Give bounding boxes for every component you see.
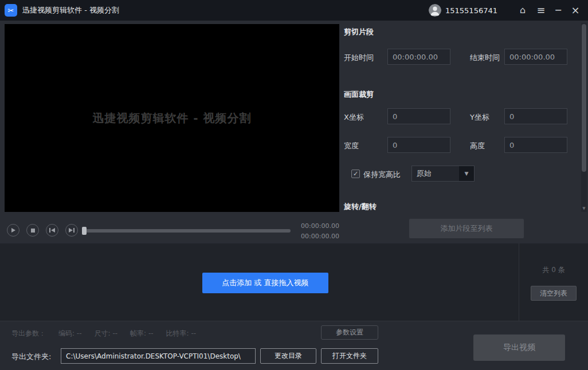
total-time: 00:00:00.00 (301, 231, 339, 242)
app-logo-icon: ✂ (5, 4, 17, 17)
y-label: Y坐标 (470, 112, 489, 123)
scrollbar-thumb[interactable] (582, 24, 586, 172)
step-back-icon (49, 228, 50, 233)
seek-handle[interactable] (82, 227, 87, 235)
framerate-value: 帧率: -- (130, 329, 154, 338)
params-settings-button[interactable]: 参数设置 (321, 325, 378, 340)
start-time-label: 开始时间 (344, 53, 374, 63)
end-time-input[interactable] (504, 49, 567, 65)
menu-icon[interactable]: ≡ (535, 5, 547, 15)
app-title: 迅捷视频剪辑软件 - 视频分割 (22, 5, 119, 15)
person-icon (429, 4, 441, 17)
clip-list-area: 点击添加 或 直接拖入视频 共 0 条 清空列表 (0, 243, 588, 321)
step-forward-icon (69, 228, 73, 233)
close-icon[interactable]: × (570, 5, 581, 15)
home-icon[interactable]: ⌂ (517, 6, 528, 15)
aspect-ratio-select[interactable]: 原始 ▼ (411, 166, 475, 182)
export-folder-label: 导出文件夹: (11, 352, 51, 362)
add-video-button[interactable]: 点击添加 或 直接拖入视频 (202, 273, 328, 293)
user-avatar[interactable] (429, 4, 441, 17)
rotate-section-title: 旋转/翻转 (344, 202, 377, 212)
play-button[interactable] (7, 224, 19, 237)
clear-list-button[interactable]: 清空列表 (531, 286, 577, 301)
add-clip-button[interactable]: 添加片段至列表 (409, 219, 524, 238)
check-icon: ✓ (353, 170, 358, 178)
height-label: 高度 (470, 141, 485, 151)
clip-count: 共 0 条 (527, 265, 580, 275)
time-display: 00:00:00.00 00:00:00.00 (301, 221, 339, 242)
export-area: 导出参数： 编码: -- 尺寸: -- 帧率: -- 比特率: -- 参数设置 … (0, 321, 588, 370)
preview-watermark: 迅捷视频剪辑软件 - 视频分割 (92, 111, 251, 126)
previous-frame-button[interactable] (46, 224, 58, 237)
crop-section-title: 画面裁剪 (344, 89, 374, 100)
export-folder-input[interactable] (61, 348, 256, 364)
video-preview: 迅捷视频剪辑软件 - 视频分割 (5, 24, 339, 212)
next-frame-button[interactable] (65, 224, 78, 237)
stop-button[interactable] (26, 224, 39, 237)
keep-aspect-checkbox[interactable]: ✓ (351, 170, 360, 178)
start-time-input[interactable] (387, 49, 450, 65)
app-window: ✂ 迅捷视频剪辑软件 - 视频分割 15155156741 ⌂ ≡ − × 迅捷… (0, 0, 588, 370)
username: 15155156741 (445, 6, 497, 15)
change-directory-button[interactable]: 更改目录 (260, 348, 316, 364)
aspect-ratio-value: 原始 (412, 168, 459, 179)
current-time: 00:00:00.00 (301, 221, 339, 231)
panel-scrollbar[interactable]: ▼ (581, 23, 587, 212)
chevron-down-icon: ▼ (459, 166, 474, 181)
play-icon (11, 228, 15, 233)
x-label: X坐标 (344, 112, 364, 123)
size-value: 尺寸: -- (95, 329, 118, 338)
cut-section-title: 剪切片段 (344, 27, 374, 37)
list-divider (519, 243, 519, 321)
bitrate-value: 比特率: -- (166, 329, 197, 338)
titlebar: ✂ 迅捷视频剪辑软件 - 视频分割 15155156741 ⌂ ≡ − × (0, 0, 588, 21)
stop-icon (31, 229, 35, 233)
export-params-row: 导出参数： 编码: -- 尺寸: -- 帧率: -- 比特率: -- (11, 329, 196, 338)
end-time-label: 结束时间 (470, 53, 500, 63)
keep-aspect-label: 保持宽高比 (363, 170, 401, 180)
y-input[interactable] (504, 108, 567, 124)
minimize-icon[interactable]: − (552, 6, 564, 15)
scrollbar-down-icon[interactable]: ▼ (581, 206, 587, 211)
titlebar-right: 15155156741 ⌂ ≡ − × (429, 4, 581, 17)
width-input[interactable] (387, 137, 450, 153)
export-video-button[interactable]: 导出视频 (473, 334, 565, 361)
x-input[interactable] (387, 108, 450, 124)
encode-value: 编码: -- (58, 329, 82, 338)
open-folder-button[interactable]: 打开文件夹 (321, 348, 378, 364)
width-label: 宽度 (344, 141, 359, 151)
export-params-label: 导出参数： (11, 329, 46, 338)
seek-bar[interactable] (82, 229, 291, 233)
height-input[interactable] (504, 137, 567, 153)
